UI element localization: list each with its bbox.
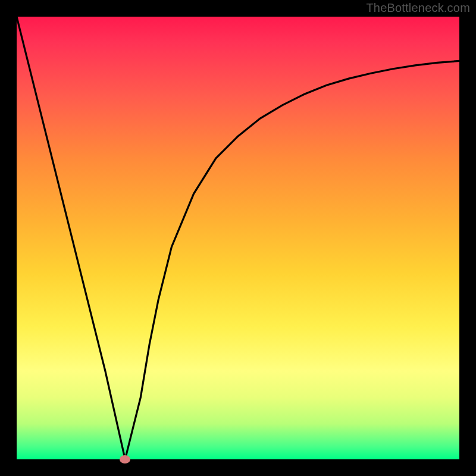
bottleneck-curve [17,17,459,459]
curve-path [17,17,459,459]
chart-plot-area [17,17,459,459]
attribution-text: TheBottleneck.com [366,1,470,15]
minimum-point-marker [120,455,130,464]
